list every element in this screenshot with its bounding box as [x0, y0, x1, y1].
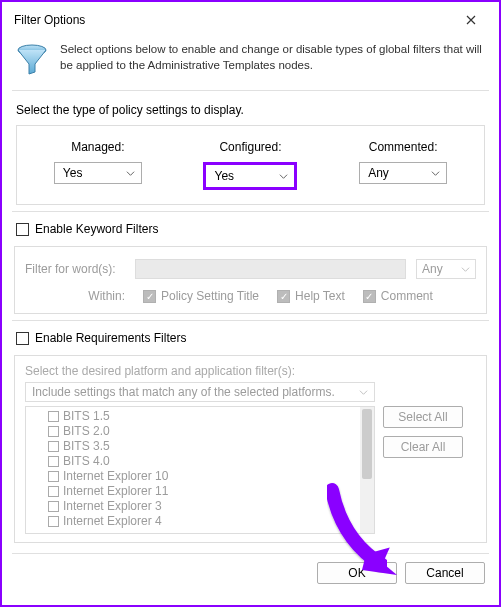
window-title: Filter Options	[14, 13, 85, 27]
list-item: BITS 2.0	[30, 424, 370, 439]
list-item-label: BITS 4.0	[63, 454, 110, 469]
list-item: Internet Explorer 3	[30, 499, 370, 514]
list-item-label: Internet Explorer 10	[63, 469, 168, 484]
list-item: Internet Explorer 11	[30, 484, 370, 499]
checkbox-icon: ✓	[277, 290, 290, 303]
managed-label: Managed:	[54, 140, 142, 154]
list-item-label: Internet Explorer 4	[63, 514, 162, 529]
commented-select[interactable]: Any	[359, 162, 447, 184]
chevron-down-icon	[359, 388, 368, 397]
dialog-buttons: OK Cancel	[2, 554, 499, 592]
chevron-down-icon	[279, 172, 288, 181]
keyword-enable-checkbox[interactable]	[16, 223, 29, 236]
requirements-enable-row: Enable Requirements Filters	[2, 321, 499, 351]
within-help: ✓Help Text	[277, 289, 345, 303]
list-item: Internet Explorer 4	[30, 514, 370, 529]
dialog-window: Filter Options Select options below to e…	[0, 0, 501, 607]
checkbox-icon	[48, 411, 59, 422]
policy-prompt: Select the type of policy settings to di…	[16, 103, 485, 117]
select-all-button: Select All	[383, 406, 463, 428]
within-title: ✓Policy Setting Title	[143, 289, 259, 303]
list-item-label: BITS 3.5	[63, 439, 110, 454]
checkbox-icon	[48, 426, 59, 437]
policy-section: Select the type of policy settings to di…	[2, 91, 499, 211]
list-item: BITS 4.0	[30, 454, 370, 469]
managed-value: Yes	[63, 166, 83, 180]
configured-label: Configured:	[203, 140, 297, 154]
requirements-mode-select: Include settings that match any of the s…	[25, 382, 375, 402]
checkbox-icon	[48, 456, 59, 467]
close-icon[interactable]	[453, 7, 489, 33]
managed-select[interactable]: Yes	[54, 162, 142, 184]
keyword-input	[135, 259, 406, 279]
commented-col: Commented: Any	[359, 140, 447, 190]
header: Select options below to enable and chang…	[2, 32, 499, 90]
requirements-enable-label: Enable Requirements Filters	[35, 331, 186, 345]
requirements-enable-checkbox[interactable]	[16, 332, 29, 345]
cancel-button[interactable]: Cancel	[405, 562, 485, 584]
chevron-down-icon	[431, 169, 440, 178]
chevron-down-icon	[461, 265, 470, 274]
list-item: BITS 3.5	[30, 439, 370, 454]
configured-value: Yes	[214, 169, 234, 183]
keyword-row: Filter for word(s): Any	[25, 259, 476, 279]
filter-for-label: Filter for word(s):	[25, 262, 125, 276]
keyword-enable-label: Enable Keyword Filters	[35, 222, 158, 236]
list-item-label: BITS 1.5	[63, 409, 110, 424]
requirements-group: Select the desired platform and applicat…	[14, 355, 487, 543]
checkbox-icon	[48, 516, 59, 527]
header-text: Select options below to enable and chang…	[60, 42, 483, 78]
scrollbar[interactable]	[360, 407, 374, 533]
checkbox-icon: ✓	[363, 290, 376, 303]
filter-icon	[14, 42, 50, 78]
commented-value: Any	[368, 166, 389, 180]
managed-col: Managed: Yes	[54, 140, 142, 190]
configured-select[interactable]: Yes	[203, 162, 297, 190]
checkbox-icon	[48, 441, 59, 452]
platform-list: BITS 1.5BITS 2.0BITS 3.5BITS 4.0Internet…	[25, 406, 375, 534]
chevron-down-icon	[126, 169, 135, 178]
list-item: BITS 1.5	[30, 409, 370, 424]
within-label: Within:	[77, 289, 125, 303]
keyword-match-select: Any	[416, 259, 476, 279]
keyword-enable-row: Enable Keyword Filters	[2, 212, 499, 242]
checkbox-icon	[48, 471, 59, 482]
commented-label: Commented:	[359, 140, 447, 154]
titlebar: Filter Options	[2, 2, 499, 32]
list-item-label: BITS 2.0	[63, 424, 110, 439]
configured-col: Configured: Yes	[203, 140, 297, 190]
within-row: Within: ✓Policy Setting Title ✓Help Text…	[25, 289, 476, 303]
keyword-match-value: Any	[422, 262, 443, 276]
list-item-label: Internet Explorer 11	[63, 484, 168, 499]
requirements-mode-value: Include settings that match any of the s…	[32, 385, 335, 399]
checkbox-icon	[48, 486, 59, 497]
requirements-desc: Select the desired platform and applicat…	[25, 364, 476, 378]
list-item: Internet Explorer 10	[30, 469, 370, 484]
list-item-label: Internet Explorer 3	[63, 499, 162, 514]
ok-button[interactable]: OK	[317, 562, 397, 584]
checkbox-icon	[48, 501, 59, 512]
checkbox-icon: ✓	[143, 290, 156, 303]
within-comment: ✓Comment	[363, 289, 433, 303]
policy-box: Managed: Yes Configured: Yes Commented: …	[16, 125, 485, 205]
keyword-group: Filter for word(s): Any Within: ✓Policy …	[14, 246, 487, 314]
scrollbar-thumb[interactable]	[362, 409, 372, 479]
clear-all-button: Clear All	[383, 436, 463, 458]
